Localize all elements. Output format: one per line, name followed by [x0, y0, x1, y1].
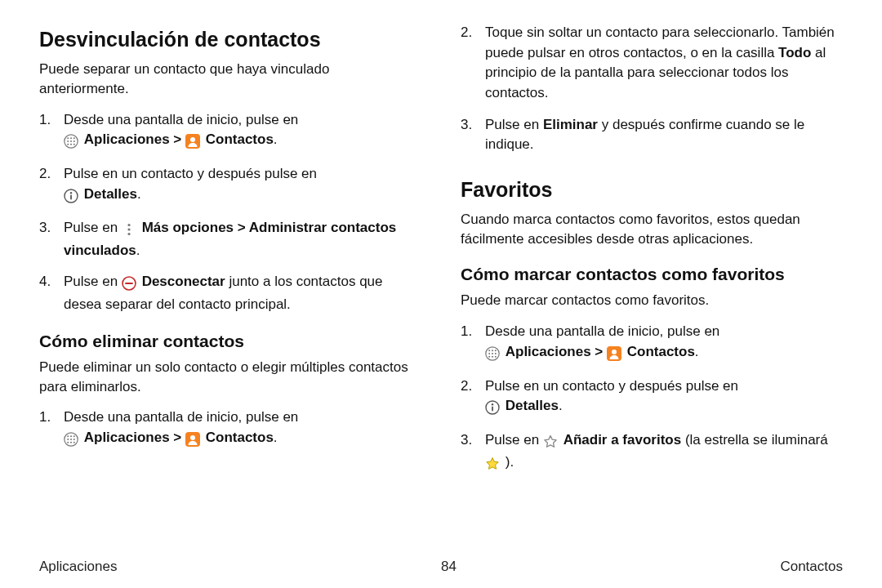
- details-label: Detalles: [84, 186, 137, 202]
- delete-step-1: Desde una pantalla de inicio, pulse en A…: [39, 408, 421, 450]
- add-fav-label: Añadir a favoritos: [564, 432, 682, 448]
- unlink-step-2: Pulse en un contacto y después pulse en …: [39, 164, 421, 207]
- text-b: (la estrella se iluminará: [685, 432, 828, 448]
- contacts-icon: [185, 430, 200, 451]
- period: .: [695, 344, 699, 359]
- more-icon: [122, 220, 136, 241]
- text: Pulse en un contacto y después pulse en: [485, 378, 738, 394]
- delete-steps-part1: Desde una pantalla de inicio, pulse en A…: [39, 408, 421, 450]
- fav-step-3: Pulse en Añadir a favoritos (la estrella…: [461, 430, 843, 475]
- period: .: [137, 186, 141, 202]
- left-column: Desvinculación de contactos Puede separa…: [39, 23, 421, 539]
- text-a: Pulse en: [485, 432, 543, 448]
- intro-mark-fav: Puede marcar contactos como favoritos.: [461, 291, 843, 310]
- text: Pulse en: [64, 274, 122, 289]
- period: .: [274, 430, 278, 445]
- text: Pulse en: [64, 220, 122, 235]
- text: Desde una pantalla de inicio, pulse en: [64, 409, 298, 425]
- text-c: ).: [506, 454, 514, 470]
- apps-label: Aplicaciones: [506, 344, 591, 359]
- favorite-steps: Desde una pantalla de inicio, pulse en A…: [461, 322, 843, 475]
- star-outline-icon: [543, 433, 558, 453]
- fav-step-1: Desde una pantalla de inicio, pulse en A…: [461, 322, 843, 364]
- contacts-icon: [185, 132, 200, 153]
- apps-label: Aplicaciones: [84, 430, 170, 445]
- eliminar-label: Eliminar: [543, 117, 598, 132]
- disconnect-label: Desconectar: [142, 274, 225, 289]
- contacts-label: Contactos: [206, 131, 274, 147]
- delete-step-3: Pulse en Eliminar y después confirme cua…: [461, 115, 843, 155]
- footer-page-number: 84: [441, 559, 457, 575]
- right-column: Toque sin soltar un contacto para selecc…: [461, 23, 843, 539]
- todo-label: Todo: [778, 45, 811, 60]
- contacts-label: Contactos: [627, 344, 695, 359]
- info-icon: [485, 399, 500, 419]
- intro-delete: Puede eliminar un solo contacto o elegir…: [39, 358, 421, 397]
- contacts-icon: [607, 345, 621, 365]
- text: Desde una pantalla de inicio, pulse en: [64, 112, 298, 127]
- footer-right: Contactos: [780, 559, 843, 575]
- heading-delete: Cómo eliminar contactos: [39, 332, 421, 351]
- text: Desde una pantalla de inicio, pulse en: [485, 323, 719, 339]
- unlink-step-4: Pulse en Desconectar junto a los contact…: [39, 272, 421, 314]
- unlink-steps: Desde una pantalla de inicio, pulse en A…: [39, 110, 421, 315]
- intro-favorites: Cuando marca contactos como favoritos, e…: [461, 210, 843, 249]
- more-options-label: Más opciones: [142, 220, 234, 235]
- period: .: [136, 243, 140, 258]
- contacts-label: Contactos: [206, 430, 274, 445]
- info-icon: [64, 187, 78, 207]
- heading-unlink: Desvinculación de contactos: [39, 28, 421, 51]
- star-filled-icon: [485, 455, 500, 475]
- delete-step-2: Toque sin soltar un contacto para selecc…: [461, 23, 843, 104]
- unlink-step-1: Desde una pantalla de inicio, pulse en A…: [39, 110, 421, 153]
- disconnect-icon: [122, 274, 136, 295]
- heading-mark-fav: Cómo marcar contactos como favoritos: [461, 265, 843, 284]
- page-body: Desvinculación de contactos Puede separa…: [0, 0, 882, 539]
- apps-icon: [64, 430, 78, 451]
- text: Pulse en un contacto y después pulse en: [64, 166, 317, 181]
- apps-label: Aplicaciones: [84, 131, 170, 147]
- apps-icon: [64, 132, 78, 153]
- sep: >: [595, 344, 607, 359]
- details-label: Detalles: [506, 398, 559, 413]
- unlink-step-3: Pulse en Más opciones > Administrar cont…: [39, 218, 421, 261]
- sep: >: [173, 430, 185, 445]
- fav-step-2: Pulse en un contacto y después pulse en …: [461, 376, 843, 419]
- delete-steps-part2: Toque sin soltar un contacto para selecc…: [461, 23, 843, 155]
- period: .: [274, 131, 278, 147]
- intro-unlink: Puede separar un contacto que haya vincu…: [39, 60, 421, 99]
- period: .: [559, 398, 563, 413]
- sep: >: [173, 131, 185, 147]
- apps-icon: [485, 345, 500, 365]
- footer-left: Aplicaciones: [39, 559, 117, 575]
- heading-favorites: Favoritos: [461, 178, 843, 202]
- page-footer: Aplicaciones 84 Contactos: [39, 559, 843, 575]
- text-a: Pulse en: [485, 117, 543, 132]
- sep: >: [238, 220, 249, 235]
